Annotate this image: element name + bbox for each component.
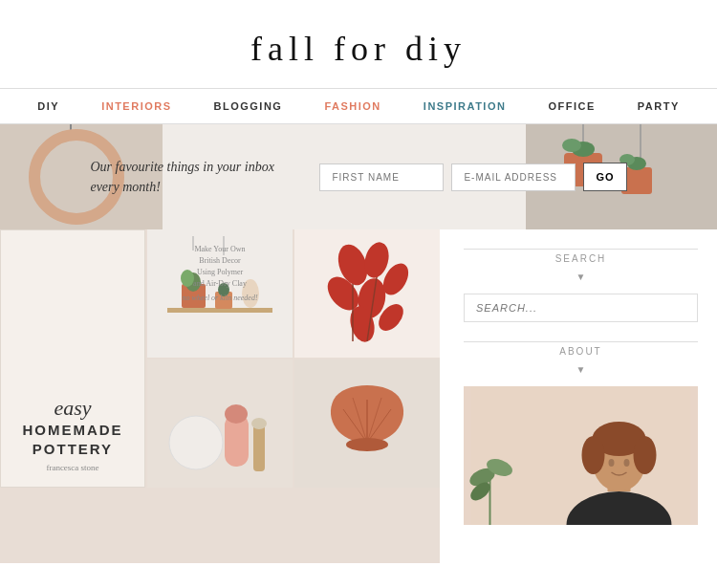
search-input[interactable]: [464, 294, 698, 322]
banner-text: Our favourite things in your inbox every…: [90, 157, 300, 197]
sidebar: SEARCH ▼ ABOUT ▼: [440, 229, 717, 563]
ceramics-svg: [163, 366, 277, 481]
svg-point-41: [582, 436, 605, 474]
shell-cell: [294, 359, 440, 488]
about-divider: [464, 341, 698, 342]
search-divider: [464, 249, 698, 250]
book-cover-cell: Make Your OwnBritish DecorUsing Polymera…: [0, 229, 145, 488]
nav-item-party[interactable]: PARTY: [617, 100, 701, 112]
svg-rect-29: [253, 424, 265, 471]
ceramics-cell: [147, 359, 293, 488]
main-content: Make Your OwnBritish DecorUsing Polymera…: [0, 229, 717, 563]
sidebar-search-section: SEARCH ▼: [464, 249, 698, 322]
nav-item-interiors[interactable]: INTERIORS: [80, 100, 192, 112]
about-image: [464, 386, 698, 525]
svg-point-30: [251, 418, 267, 429]
svg-point-44: [624, 459, 630, 467]
main-nav: DIY INTERIORS BLOGGING FASHION INSPIRATI…: [0, 88, 717, 124]
email-input[interactable]: [451, 163, 576, 191]
about-heading: ABOUT: [464, 346, 698, 357]
book-author-label: francesca stone: [46, 463, 98, 472]
svg-point-42: [634, 436, 657, 474]
nav-item-blogging[interactable]: BLOGGING: [193, 100, 304, 112]
article-image[interactable]: Make Your OwnBritish DecorUsing Polymera…: [0, 229, 440, 563]
nav-item-inspiration[interactable]: INSPIRATION: [402, 100, 528, 112]
svg-point-43: [609, 459, 615, 467]
nav-item-office[interactable]: OFFICE: [527, 100, 616, 112]
book-easy-label: easy: [54, 396, 91, 421]
search-heading: SEARCH: [464, 253, 698, 264]
nav-item-diy[interactable]: DIY: [16, 100, 80, 112]
svg-point-26: [169, 416, 223, 469]
nav-item-fashion[interactable]: FASHION: [303, 100, 402, 112]
svg-point-28: [225, 404, 248, 424]
first-name-input[interactable]: [319, 163, 444, 191]
about-arrow: ▼: [464, 364, 698, 375]
svg-point-4: [562, 139, 581, 152]
svg-point-31: [346, 438, 388, 451]
sidebar-about-section: ABOUT ▼: [464, 341, 698, 525]
pottery-collage: Make Your OwnBritish DecorUsing Polymera…: [0, 229, 440, 488]
shell-svg: [310, 366, 424, 481]
about-person-svg: [464, 386, 698, 525]
newsletter-banner: Our favourite things in your inbox every…: [0, 124, 717, 229]
subscribe-button[interactable]: GO: [583, 163, 626, 191]
book-title: HOMEMADEPOTTERY: [22, 421, 122, 458]
banner-form: GO: [319, 163, 626, 191]
site-header: fall for diy: [0, 0, 717, 88]
site-title: fall for diy: [19, 29, 698, 69]
search-arrow: ▼: [464, 272, 698, 282]
